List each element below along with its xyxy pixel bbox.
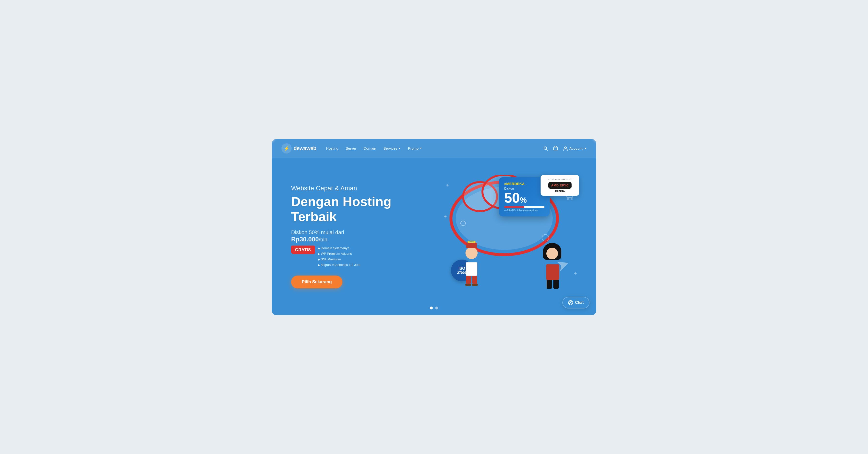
hero-left: Website Cepat & Aman Dengan Hosting Terb… bbox=[291, 182, 436, 288]
navbar: ⚡ dewaweb Hosting Server Domain Services… bbox=[272, 139, 596, 158]
account-icon bbox=[563, 146, 568, 151]
nav-right: Account ▼ bbox=[543, 146, 587, 151]
svg-point-17 bbox=[570, 302, 571, 303]
flag-stripe bbox=[504, 206, 545, 208]
logo-text: dewaweb bbox=[293, 145, 316, 152]
epyc-card: NOW POWERED BY AMD EPYC GENOA bbox=[540, 175, 579, 196]
character-right bbox=[543, 244, 562, 289]
chat-button[interactable]: Chat bbox=[562, 297, 589, 309]
mascot-head-area bbox=[463, 242, 480, 262]
hero-title: Dengan Hosting Terbaik bbox=[291, 194, 436, 224]
hero-right: + + + + #MERDEKA Diskon 50% + GRATIS 3 P… bbox=[436, 170, 582, 301]
chat-bubble-icon bbox=[569, 301, 572, 304]
mascot-legs bbox=[466, 276, 477, 284]
svg-point-5 bbox=[564, 147, 566, 149]
account-chevron-icon: ▼ bbox=[584, 147, 587, 150]
deco-cross-2: + bbox=[574, 270, 577, 277]
nav-promo[interactable]: Promo ▼ bbox=[408, 146, 422, 150]
svg-point-13 bbox=[567, 198, 569, 200]
epyc-sub: GENOA bbox=[545, 190, 575, 193]
nav-domain[interactable]: Domain bbox=[364, 146, 376, 150]
svg-line-3 bbox=[547, 149, 548, 150]
merdeka-tag: #MERDEKA bbox=[504, 182, 545, 186]
account-button[interactable]: Account ▼ bbox=[563, 146, 587, 151]
gratis-badge: GRATIS bbox=[291, 246, 315, 254]
mascot-shoe-left bbox=[465, 284, 471, 286]
mascot-right-torso bbox=[546, 264, 559, 280]
mascot-left-body bbox=[463, 242, 480, 286]
epyc-logo: AMD EPYC bbox=[545, 182, 575, 189]
nav-hosting[interactable]: Hosting bbox=[326, 146, 338, 150]
page-wrapper: ⚡ dewaweb Hosting Server Domain Services… bbox=[265, 132, 603, 323]
gratis-section: GRATIS Domain Selamanya WP Premium Addon… bbox=[291, 246, 436, 268]
mascot-shoe-right bbox=[472, 284, 478, 286]
mascot-right-face bbox=[547, 248, 558, 259]
pagination-dots bbox=[430, 306, 438, 310]
nav-server[interactable]: Server bbox=[346, 146, 356, 150]
svg-rect-4 bbox=[554, 147, 558, 150]
diskon-label: Diskon bbox=[504, 187, 545, 190]
gratis-item-3: SSL Premium bbox=[318, 257, 361, 262]
gratis-item-2: WP Premium Addons bbox=[318, 251, 361, 257]
mascot-right-legs bbox=[547, 280, 559, 289]
epyc-logo-box: AMD EPYC bbox=[548, 182, 572, 189]
powered-label: NOW POWERED BY bbox=[545, 178, 575, 181]
promo-chevron-icon: ▼ bbox=[420, 147, 422, 150]
mascot-halo bbox=[467, 241, 476, 243]
search-button[interactable] bbox=[543, 146, 548, 151]
search-icon bbox=[543, 146, 548, 151]
hero-subtitle: Website Cepat & Aman bbox=[291, 185, 436, 192]
main-container: ⚡ dewaweb Hosting Server Domain Services… bbox=[272, 139, 596, 315]
hero-section: Website Cepat & Aman Dengan Hosting Terb… bbox=[272, 158, 596, 315]
cart-button[interactable] bbox=[553, 146, 558, 151]
mascot-shoes bbox=[465, 284, 478, 286]
chat-label: Chat bbox=[575, 300, 584, 305]
mascot-right-body bbox=[543, 244, 562, 289]
svg-text:⚡: ⚡ bbox=[284, 145, 290, 151]
services-chevron-icon: ▼ bbox=[398, 147, 401, 150]
mascot-right-head-area bbox=[543, 244, 562, 264]
cta-button[interactable]: Pilih Sekarang bbox=[291, 275, 342, 288]
nav-services[interactable]: Services ▼ bbox=[383, 146, 401, 150]
chat-icon bbox=[568, 300, 573, 305]
price-value: Rp30.000 bbox=[291, 236, 319, 243]
epyc-brand: AMD EPYC bbox=[551, 184, 569, 187]
gratis-bonus: + GRATIS 3 Premium Addons bbox=[504, 209, 545, 213]
hero-price: Diskon 50% mulai dari Rp30.000/bln. bbox=[291, 229, 436, 243]
nav-links: Hosting Server Domain Services ▼ Promo ▼ bbox=[326, 146, 543, 150]
mascot-right-leg-l bbox=[547, 280, 552, 289]
dot-1[interactable] bbox=[430, 306, 433, 310]
gratis-item-1: Domain Selamanya bbox=[318, 246, 361, 251]
logo-area[interactable]: ⚡ dewaweb bbox=[281, 143, 316, 154]
mascot-head bbox=[465, 247, 477, 259]
mascot-leg-left bbox=[466, 276, 471, 284]
mascot-torso bbox=[466, 262, 477, 276]
mascot-leg-right bbox=[472, 276, 477, 284]
discount-value: 50% bbox=[504, 191, 545, 205]
gratis-list: Domain Selamanya WP Premium Addons SSL P… bbox=[318, 246, 361, 268]
dot-2[interactable] bbox=[435, 306, 438, 310]
mascot-right-leg-r bbox=[553, 280, 559, 289]
svg-point-14 bbox=[571, 198, 572, 200]
logo-icon: ⚡ bbox=[281, 143, 291, 154]
gratis-item-4: Migrasi+Cashback 1,2 Juta bbox=[318, 262, 361, 268]
mascot-hat bbox=[466, 242, 477, 248]
character-left bbox=[463, 242, 480, 286]
cart-icon bbox=[553, 146, 558, 151]
